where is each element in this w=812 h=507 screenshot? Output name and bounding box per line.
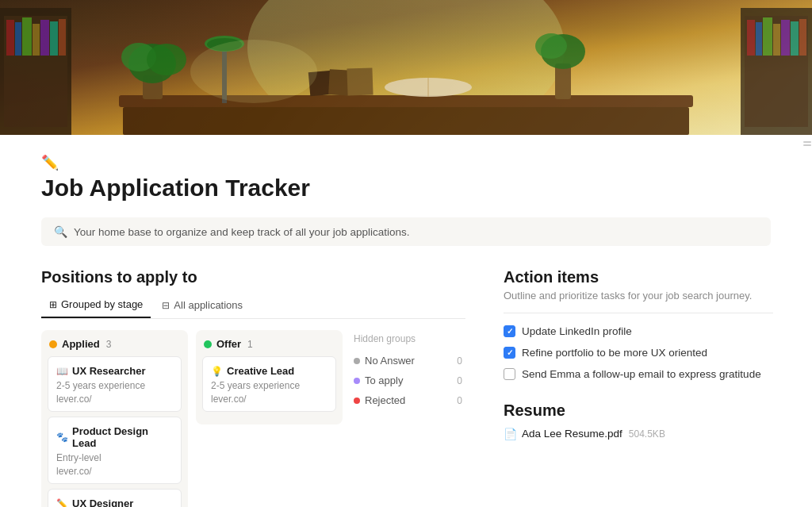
description-text: Your home base to organize and keep trac… <box>74 226 410 238</box>
no-answer-dot <box>354 358 360 364</box>
hidden-item-no-answer[interactable]: No Answer 0 <box>350 351 465 371</box>
kanban-board: Applied 3 📖 UX Researcher 2-5 years expe… <box>41 330 465 507</box>
card-title: 💡 Creative Lead <box>211 365 327 377</box>
checkbox-portfolio[interactable] <box>504 347 515 359</box>
svg-rect-10 <box>59 19 66 56</box>
applied-count: 3 <box>106 339 112 350</box>
checklist-text-emma: Send Emma a follow-up email to express g… <box>522 367 761 382</box>
offer-column: Offer 1 💡 Creative Lead 2-5 years experi… <box>196 330 343 424</box>
svg-rect-5 <box>15 22 21 56</box>
svg-rect-7 <box>33 24 40 56</box>
svg-point-33 <box>535 33 567 59</box>
tab-grouped-label: Grouped by stage <box>61 298 143 310</box>
no-answer-label: No Answer <box>365 355 415 367</box>
search-icon: 🔍 <box>54 225 67 238</box>
resume-title: Resume <box>504 398 773 420</box>
hidden-groups: Hidden groups No Answer 0 To apply 0 Rej… <box>350 330 465 413</box>
file-size: 504.5KB <box>629 428 665 440</box>
to-apply-count: 0 <box>457 375 462 386</box>
applied-header: Applied 3 <box>48 338 182 350</box>
svg-rect-13 <box>747 20 755 56</box>
list-icon: ⊟ <box>162 300 170 311</box>
to-apply-label: To apply <box>365 374 403 386</box>
hidden-item-rejected[interactable]: Rejected 0 <box>350 390 465 410</box>
applied-title: Applied <box>62 338 100 350</box>
book-icon: 📖 <box>56 366 68 377</box>
scrollbar[interactable] <box>802 135 812 452</box>
checkbox-linkedin[interactable] <box>504 325 515 337</box>
offer-dot <box>204 340 212 348</box>
content-columns: Positions to apply to ⊞ Grouped by stage… <box>41 268 771 507</box>
svg-rect-20 <box>119 95 693 107</box>
checklist-item-portfolio[interactable]: Refine portfolio to be more UX oriented <box>504 346 773 361</box>
applied-dot <box>49 340 57 348</box>
pdf-icon: 📄 <box>504 428 517 440</box>
checklist-item-linkedin[interactable]: Update LinkedIn profile <box>504 325 773 340</box>
offer-title: Offer <box>216 338 241 350</box>
hidden-label: Hidden groups <box>350 333 465 344</box>
rejected-dot <box>354 398 360 404</box>
page-title: Job Application Tracker <box>41 175 771 202</box>
tab-all-label: All applications <box>174 299 243 311</box>
rejected-count: 0 <box>457 395 462 406</box>
svg-rect-17 <box>781 20 790 56</box>
view-tabs: ⊞ Grouped by stage ⊟ All applications <box>41 294 465 319</box>
bulb-icon: 💡 <box>211 366 223 377</box>
svg-point-37 <box>190 40 317 103</box>
positions-section: Positions to apply to ⊞ Grouped by stage… <box>41 268 465 507</box>
svg-rect-8 <box>40 20 49 56</box>
svg-rect-9 <box>50 21 58 56</box>
card-creative-lead[interactable]: 💡 Creative Lead 2-5 years experience lev… <box>202 356 336 412</box>
card-title: 📖 UX Researcher <box>56 365 173 377</box>
svg-point-30 <box>147 44 186 75</box>
no-answer-count: 0 <box>457 355 462 367</box>
svg-rect-4 <box>6 20 14 56</box>
description-box: 🔍 Your home base to organize and keep tr… <box>41 217 771 246</box>
checklist-text-portfolio: Refine portfolio to be more UX oriented <box>522 346 707 361</box>
svg-rect-19 <box>799 19 806 56</box>
svg-rect-14 <box>756 22 762 56</box>
paw-icon: 🐾 <box>56 432 68 443</box>
checkbox-emma[interactable] <box>504 368 515 380</box>
svg-rect-24 <box>347 67 373 95</box>
rejected-label: Rejected <box>365 394 405 406</box>
positions-title: Positions to apply to <box>41 268 465 286</box>
checklist-item-emma[interactable]: Send Emma a follow-up email to express g… <box>504 367 773 382</box>
card-product-design-lead[interactable]: 🐾 Product Design Lead Entry-level lever.… <box>48 417 182 484</box>
card-link: lever.co/ <box>211 394 327 405</box>
tab-grouped-stage[interactable]: ⊞ Grouped by stage <box>41 294 151 318</box>
card-link: lever.co/ <box>56 466 173 477</box>
card-ux-designer[interactable]: ✏️ UX Designer 2-5 years experience leve… <box>48 489 182 507</box>
offer-count: 1 <box>247 339 253 350</box>
action-items-desc: Outline and prioritize tasks for your jo… <box>504 290 773 313</box>
title-section: ✏️ Job Application Tracker <box>41 135 771 217</box>
offer-header: Offer 1 <box>202 338 336 350</box>
checklist-text-linkedin: Update LinkedIn profile <box>522 325 632 340</box>
table-icon: ⊞ <box>49 299 57 310</box>
card-experience: 2-5 years experience <box>56 380 173 391</box>
card-ux-researcher[interactable]: 📖 UX Researcher 2-5 years experience lev… <box>48 356 182 412</box>
svg-rect-6 <box>22 17 32 56</box>
hidden-item-to-apply[interactable]: To apply 0 <box>350 371 465 390</box>
checklist: Update LinkedIn profile Refine portfolio… <box>504 325 773 382</box>
right-column: Action items Outline and prioritize task… <box>504 268 773 440</box>
card-experience: Entry-level <box>56 452 173 463</box>
pencil-icon: ✏️ <box>41 154 771 171</box>
svg-rect-18 <box>791 21 799 56</box>
card-title: 🐾 Product Design Lead <box>56 425 173 449</box>
card-link: lever.co/ <box>56 394 173 405</box>
action-items-title: Action items <box>504 268 773 286</box>
svg-rect-21 <box>123 107 689 135</box>
applied-column: Applied 3 📖 UX Researcher 2-5 years expe… <box>41 330 188 507</box>
tab-all-applications[interactable]: ⊟ All applications <box>154 294 251 318</box>
pencil-card-icon: ✏️ <box>56 498 68 508</box>
main-content: ✏️ Job Application Tracker 🔍 Your home b… <box>10 135 802 507</box>
svg-rect-15 <box>763 17 772 56</box>
to-apply-dot <box>354 378 360 384</box>
resume-file[interactable]: 📄 Ada Lee Resume.pdf 504.5KB <box>504 428 773 440</box>
card-experience: 2-5 years experience <box>211 380 327 391</box>
svg-rect-16 <box>773 24 780 56</box>
page-banner <box>0 0 812 135</box>
card-title: ✏️ UX Designer <box>56 497 173 507</box>
file-name: Ada Lee Resume.pdf <box>522 428 622 440</box>
